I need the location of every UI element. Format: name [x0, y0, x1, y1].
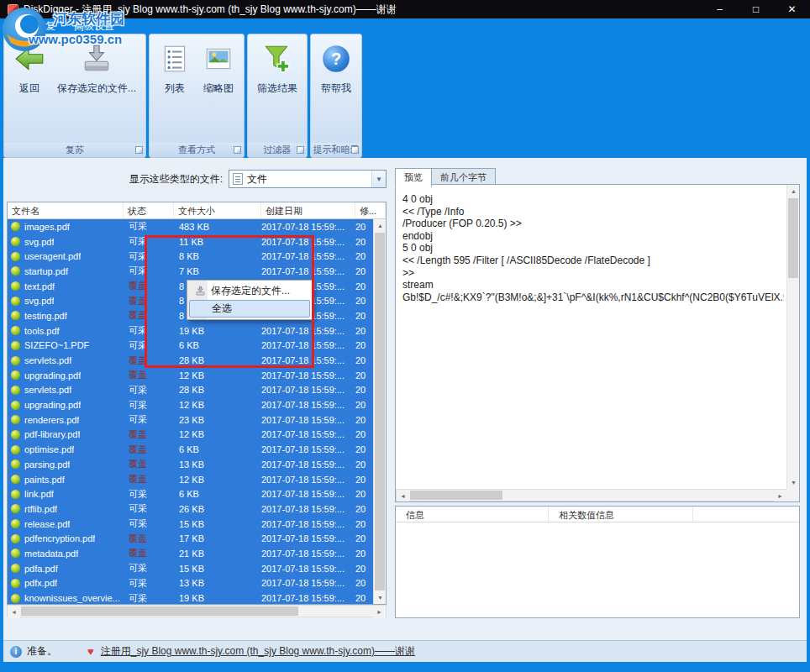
file-table-vertical-scrollbar[interactable]: ▲ ▼ [373, 219, 386, 604]
list-view-button[interactable]: 列表 [153, 39, 197, 99]
table-row[interactable]: servlets.pdf 覆盖 28 KB 2017-07-18 15:59:.… [8, 353, 373, 368]
help-me-button[interactable]: ? 帮帮我 [314, 39, 358, 99]
ribbon-group-filter: 筛选结果 过滤器 [247, 34, 308, 158]
tab-file-recovery[interactable]: 件恢复 [25, 19, 55, 34]
table-row[interactable]: svg.pdf 可采 11 KB 2017-07-18 15:59:... 20 [8, 234, 373, 249]
scroll-right-icon[interactable]: ► [774, 490, 786, 502]
back-button[interactable]: 返回 [8, 39, 51, 99]
file-status-cell: 覆盖 [124, 280, 174, 292]
minimize-button[interactable]: – [702, 0, 738, 18]
scrollbar-thumb[interactable] [375, 233, 385, 591]
file-name-cell: useragent.pdf [8, 251, 124, 261]
file-status-cell: 可采 [124, 250, 174, 263]
table-row[interactable]: startup.pdf 可采 7 KB 2017-07-18 15:59:...… [8, 264, 373, 279]
maximize-button[interactable]: □ [738, 0, 774, 18]
scrollbar-thumb[interactable] [410, 491, 502, 500]
column-header-related-values[interactable]: 相关数值信息 [549, 507, 693, 522]
info-panel-header: 信息 相关数值信息 [396, 507, 799, 522]
table-row[interactable]: pdfa.pdf 可采 15 KB 2017-07-18 15:59:... 2… [8, 561, 373, 576]
file-name-cell: rtflib.pdf [8, 504, 124, 514]
table-row[interactable]: images.pdf 可采 483 KB 2017-07-18 15:59:..… [8, 219, 373, 234]
table-row[interactable]: release.pdf 可采 15 KB 2017-07-18 15:59:..… [8, 517, 373, 532]
column-header-modified[interactable]: 修... [355, 202, 386, 218]
file-status-cell: 覆盖 [124, 354, 174, 367]
filter-results-label: 筛选结果 [257, 81, 297, 96]
file-status-orb-icon [11, 252, 20, 261]
table-row[interactable]: optimise.pdf 覆盖 6 KB 2017-07-18 15:59:..… [8, 442, 373, 457]
dialog-launcher-icon[interactable] [135, 146, 143, 154]
table-row[interactable]: pdfx.pdf 可采 13 KB 2017-07-18 15:59:... 2… [8, 576, 373, 591]
file-modified-cell: 20 [355, 370, 373, 381]
save-drive-icon [81, 43, 113, 75]
tab-preview[interactable]: 预览 [395, 168, 432, 187]
file-modified-cell: 20 [355, 266, 373, 276]
file-name-cell: testing.pdf [8, 311, 124, 321]
preview-vertical-scrollbar[interactable]: ▲ ▼ [786, 185, 799, 489]
file-status-orb-icon [11, 311, 20, 320]
registration-link[interactable]: 注册用_sjy Blog www.th-sjy.com (th_sjy Blog… [101, 644, 415, 659]
scroll-up-icon[interactable]: ▲ [787, 185, 800, 197]
preview-horizontal-scrollbar[interactable]: ◄ ► [396, 489, 787, 501]
scroll-up-icon[interactable]: ▲ [374, 219, 387, 232]
column-header-empty [693, 507, 799, 522]
table-row[interactable]: servlets.pdf 可采 28 KB 2017-07-18 15:59:.… [8, 383, 373, 398]
close-button[interactable]: ✕ [774, 0, 810, 18]
scroll-left-icon[interactable]: ◄ [397, 490, 409, 502]
column-header-status[interactable]: 状态 [124, 202, 174, 218]
scroll-right-icon[interactable]: ► [373, 606, 386, 618]
table-row[interactable]: rtflib.pdf 可采 26 KB 2017-07-18 15:59:...… [8, 501, 373, 517]
context-menu-item-save-selected[interactable]: 保存选定的文件... [189, 282, 310, 300]
filter-results-button[interactable]: 筛选结果 [251, 39, 303, 99]
file-size-cell: 12 KB [174, 475, 261, 485]
file-size-cell: 17 KB [174, 533, 261, 543]
table-row[interactable]: link.pdf 可采 6 KB 2017-07-18 15:59:... 20 [8, 486, 373, 501]
table-row[interactable]: SIZEFO~1.PDF 可采 6 KB 2017-07-18 15:59:..… [8, 339, 373, 354]
table-row[interactable]: upgrading.pdf 覆盖 12 KB 2017-07-18 15:59:… [8, 368, 373, 383]
filter-plus-icon [261, 43, 293, 75]
dialog-launcher-icon[interactable] [234, 146, 241, 154]
file-name-cell: knownissues_overvie... [8, 593, 124, 603]
scroll-down-icon[interactable]: ▼ [374, 591, 387, 604]
table-row[interactable]: renderers.pdf 可采 23 KB 2017-07-18 15:59:… [8, 412, 373, 428]
file-created-cell: 2017-07-18 15:59:... [261, 475, 355, 485]
context-menu-item-select-all[interactable]: 全选 [189, 300, 310, 318]
ribbon-tab-bar: 件恢复 高级设置 [0, 18, 810, 34]
table-row[interactable]: parsing.pdf 覆盖 13 KB 2017-07-18 15:59:..… [8, 457, 373, 472]
table-row[interactable]: paints.pdf 覆盖 12 KB 2017-07-18 15:59:...… [8, 472, 373, 487]
tab-advanced-settings[interactable]: 高级设置 [74, 19, 114, 34]
thumbnail-view-button[interactable]: 缩略图 [197, 39, 240, 99]
file-modified-cell: 20 [355, 385, 373, 395]
file-modified-cell: 20 [355, 400, 373, 410]
scrollbar-thumb[interactable] [788, 198, 798, 278]
column-header-size[interactable]: 文件大小 [174, 202, 261, 218]
file-table-horizontal-scrollbar[interactable]: ◄ ► [7, 605, 387, 617]
file-name-cell: servlets.pdf [8, 385, 124, 395]
dialog-launcher-icon[interactable] [351, 146, 359, 154]
table-row[interactable]: pdf-library.pdf 覆盖 12 KB 2017-07-18 15:5… [8, 428, 373, 443]
table-row[interactable]: useragent.pdf 可采 8 KB 2017-07-18 15:59:.… [8, 249, 373, 264]
file-created-cell: 2017-07-18 15:59:... [261, 549, 355, 559]
table-row[interactable]: tools.pdf 可采 19 KB 2017-07-18 15:59:... … [8, 323, 373, 339]
table-row[interactable]: pdfencryption.pdf 覆盖 17 KB 2017-07-18 15… [8, 531, 373, 546]
table-row[interactable]: knownissues_overvie... 可采 19 KB 2017-07-… [8, 591, 373, 604]
file-size-cell: 26 KB [174, 504, 261, 514]
scrollbar-thumb[interactable] [21, 606, 298, 616]
save-selected-files-button[interactable]: 保存选定的文件... [51, 39, 142, 99]
column-header-filename[interactable]: 文件名 [8, 202, 124, 218]
table-row[interactable]: upgrading.pdf 可采 12 KB 2017-07-18 15:59:… [8, 397, 373, 412]
file-status-cell: 覆盖 [124, 473, 174, 486]
file-status-orb-icon [11, 475, 20, 484]
column-header-created[interactable]: 创建日期 [261, 202, 355, 218]
file-modified-cell: 20 [355, 311, 373, 321]
scroll-down-icon[interactable]: ▼ [787, 476, 800, 489]
file-type-dropdown[interactable]: 文件 ▼ [229, 170, 387, 188]
dialog-launcher-icon[interactable] [297, 146, 304, 154]
file-name-cell: upgrading.pdf [8, 370, 124, 381]
file-status-orb-icon [11, 386, 20, 395]
file-modified-cell: 20 [355, 355, 373, 365]
file-name-cell: pdfx.pdf [8, 578, 124, 588]
scroll-left-icon[interactable]: ◄ [8, 606, 20, 618]
table-row[interactable]: metadata.pdf 覆盖 21 KB 2017-07-18 15:59:.… [8, 546, 373, 561]
column-header-info[interactable]: 信息 [396, 507, 549, 522]
file-status-orb-icon [11, 445, 20, 454]
